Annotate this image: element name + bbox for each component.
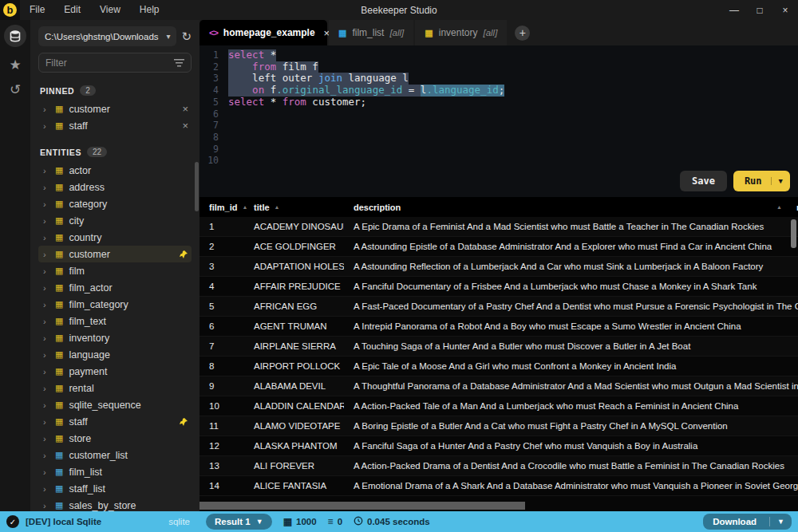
chevron-right-icon[interactable]: › bbox=[43, 400, 49, 410]
sidebar-item-film_text[interactable]: ›▦film_text bbox=[38, 313, 192, 329]
cell[interactable]: 14 bbox=[200, 481, 244, 491]
minimize-button[interactable]: — bbox=[721, 0, 747, 20]
chevron-right-icon[interactable]: › bbox=[43, 104, 49, 114]
cell[interactable]: A Thoughtful Panorama of a Database Admi… bbox=[344, 381, 798, 391]
table-row[interactable]: 12ALASKA PHANTOMA Fanciful Saga of a Hun… bbox=[200, 436, 798, 456]
cell[interactable]: 11 bbox=[200, 421, 244, 431]
chevron-right-icon[interactable]: › bbox=[43, 233, 49, 242]
chevron-right-icon[interactable]: › bbox=[43, 417, 49, 427]
sidebar-scrollbar[interactable] bbox=[195, 162, 199, 211]
cell[interactable]: 12 bbox=[200, 441, 244, 451]
sidebar-item-category[interactable]: ›▦category bbox=[38, 195, 192, 212]
unpin-icon[interactable]: × bbox=[182, 120, 188, 132]
cell[interactable]: A Astounding Epistle of a Database Admin… bbox=[344, 242, 798, 251]
horizontal-scrollbar[interactable] bbox=[200, 502, 525, 510]
cell[interactable]: 13 bbox=[200, 461, 244, 471]
chevron-right-icon[interactable]: › bbox=[43, 317, 49, 326]
column-header-partial[interactable]: r bbox=[787, 203, 798, 212]
chevron-right-icon[interactable]: › bbox=[43, 384, 49, 393]
sidebar-item-customer_list[interactable]: ›▦customer_list bbox=[38, 447, 192, 463]
sidebar-item-film[interactable]: ›▦film bbox=[38, 262, 192, 279]
cell[interactable]: ACADEMY DINOSAUR bbox=[244, 222, 344, 231]
chevron-right-icon[interactable]: › bbox=[43, 250, 49, 259]
cell[interactable]: 4 bbox=[200, 282, 244, 291]
sidebar-item-rental[interactable]: ›▦rental bbox=[38, 380, 192, 396]
chevron-right-icon[interactable]: › bbox=[43, 283, 49, 293]
column-header-description[interactable]: description ▲ bbox=[344, 203, 787, 212]
cell[interactable]: A Epic Drama of a Feminist And a Mad Sci… bbox=[344, 222, 798, 231]
column-header-film-id[interactable]: film_id ▲ bbox=[200, 203, 244, 212]
tab-inventory[interactable]: ▦inventory[all] bbox=[415, 20, 507, 45]
download-button[interactable]: Download ▼ bbox=[703, 514, 792, 530]
cell[interactable]: A Action-Packed Drama of a Dentist And a… bbox=[344, 461, 798, 471]
close-button[interactable]: × bbox=[772, 0, 798, 20]
sidebar-item-payment[interactable]: ›▦payment bbox=[38, 363, 192, 380]
table-row[interactable]: 9ALABAMA DEVILA Thoughtful Panorama of a… bbox=[200, 376, 798, 396]
sidebar-item-sqlite_sequence[interactable]: ›▦sqlite_sequence bbox=[38, 396, 192, 413]
result-selector[interactable]: Result 1 ▼ bbox=[206, 514, 272, 530]
cell[interactable]: 2 bbox=[200, 242, 244, 251]
maximize-button[interactable]: □ bbox=[747, 0, 772, 20]
table-row[interactable]: 3ADAPTATION HOLESA Astounding Reflection… bbox=[200, 257, 798, 277]
table-row[interactable]: 10ALADDIN CALENDARA Action-Packed Tale o… bbox=[200, 396, 798, 416]
cell[interactable]: A Boring Epistle of a Butler And a Cat w… bbox=[344, 421, 798, 431]
chevron-right-icon[interactable]: › bbox=[43, 199, 49, 209]
connection-name[interactable]: [DEV] local Sqlite bbox=[26, 517, 162, 526]
chevron-right-icon[interactable]: › bbox=[43, 333, 49, 343]
chevron-right-icon[interactable]: › bbox=[43, 501, 49, 510]
table-row[interactable]: 11ALAMO VIDEOTAPEA Boring Epistle of a B… bbox=[200, 416, 798, 436]
new-tab-button[interactable]: + bbox=[515, 26, 530, 41]
cell[interactable]: ALADDIN CALENDAR bbox=[244, 401, 344, 411]
table-row[interactable]: 13ALI FOREVERA Action-Packed Drama of a … bbox=[200, 456, 798, 476]
table-row[interactable]: 2ACE GOLDFINGERA Astounding Epistle of a… bbox=[200, 237, 798, 257]
sort-icon[interactable]: ▲ bbox=[275, 204, 280, 210]
table-row[interactable]: 6AGENT TRUMANA Intrepid Panorama of a Ro… bbox=[200, 317, 798, 337]
chevron-right-icon[interactable]: › bbox=[43, 350, 49, 360]
cell[interactable]: ALAMO VIDEOTAPE bbox=[244, 421, 344, 431]
cell[interactable]: 3 bbox=[200, 262, 244, 271]
cell[interactable]: A Emotional Drama of a A Shark And a Dat… bbox=[344, 481, 798, 491]
cell[interactable]: A Fast-Paced Documentary of a Pastry Che… bbox=[344, 301, 798, 311]
cell[interactable]: A Action-Packed Tale of a Man And a Lumb… bbox=[344, 401, 798, 411]
sidebar-item-customer[interactable]: ›▦customer× bbox=[38, 100, 192, 117]
menu-view[interactable]: View bbox=[90, 0, 130, 20]
menu-file[interactable]: File bbox=[20, 0, 54, 20]
sort-icon[interactable]: ▲ bbox=[776, 204, 782, 210]
pin-icon[interactable] bbox=[179, 250, 188, 259]
sidebar-item-staff[interactable]: ›▦staff bbox=[38, 413, 192, 430]
cell[interactable]: ALABAMA DEVIL bbox=[244, 381, 344, 391]
run-dropdown-icon[interactable]: ▼ bbox=[771, 177, 790, 185]
sql-editor[interactable]: 1select *2 from film f3 left outer join … bbox=[200, 45, 798, 197]
menu-edit[interactable]: Edit bbox=[54, 0, 90, 20]
cell[interactable]: A Fanciful Saga of a Hunter And a Pastry… bbox=[344, 441, 798, 451]
vertical-scrollbar[interactable] bbox=[791, 219, 796, 248]
tab-film_list[interactable]: ▦film_list[all] bbox=[329, 20, 413, 45]
column-header-title[interactable]: title ▲ bbox=[244, 203, 344, 212]
chevron-right-icon[interactable]: › bbox=[43, 166, 49, 175]
connection-dropdown[interactable]: C:\Users\ghstng\Downloads ▾ bbox=[38, 26, 176, 46]
chevron-right-icon[interactable]: › bbox=[43, 434, 49, 443]
table-row[interactable]: 1ACADEMY DINOSAURA Epic Drama of a Femin… bbox=[200, 217, 798, 237]
favorites-star-icon[interactable]: ★ bbox=[9, 58, 21, 72]
sidebar-item-film_actor[interactable]: ›▦film_actor bbox=[38, 279, 192, 296]
sidebar-item-customer[interactable]: ›▦customer bbox=[38, 246, 192, 262]
table-row[interactable]: 7AIRPLANE SIERRAA Touching Saga of a Hun… bbox=[200, 337, 798, 357]
chevron-right-icon[interactable]: › bbox=[43, 216, 49, 226]
cell[interactable]: 7 bbox=[200, 341, 244, 351]
cell[interactable]: ACE GOLDFINGER bbox=[244, 242, 344, 251]
save-button[interactable]: Save bbox=[680, 171, 727, 191]
table-row[interactable]: 8AIRPORT POLLOCKA Epic Tale of a Moose A… bbox=[200, 357, 798, 376]
sidebar-item-film_category[interactable]: ›▦film_category bbox=[38, 296, 192, 313]
sidebar-item-actor[interactable]: ›▦actor bbox=[38, 162, 192, 179]
cell[interactable]: ADAPTATION HOLES bbox=[244, 262, 344, 271]
chevron-right-icon[interactable]: › bbox=[43, 266, 49, 276]
sidebar-item-address[interactable]: ›▦address bbox=[38, 179, 192, 195]
sidebar-item-city[interactable]: ›▦city bbox=[38, 212, 192, 229]
refresh-icon[interactable]: ↻ bbox=[181, 30, 192, 44]
chevron-right-icon[interactable]: › bbox=[43, 484, 49, 494]
cell[interactable]: A Fanciful Documentary of a Frisbee And … bbox=[344, 282, 798, 291]
unpin-icon[interactable]: × bbox=[182, 103, 188, 115]
cell[interactable]: A Epic Tale of a Moose And a Girl who mu… bbox=[344, 361, 798, 371]
chevron-right-icon[interactable]: › bbox=[43, 451, 49, 460]
sidebar-item-sales_by_store[interactable]: ›▦sales_by_store bbox=[38, 497, 192, 511]
